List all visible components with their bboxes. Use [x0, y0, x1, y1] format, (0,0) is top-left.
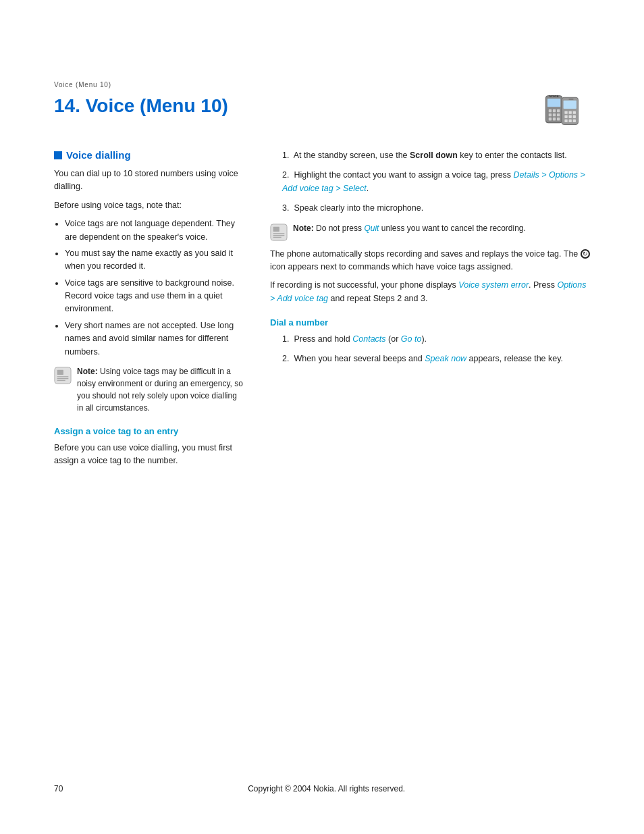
- step-3-num: 3.: [282, 203, 292, 213]
- svg-rect-5: [549, 113, 552, 116]
- note-icon-1: [54, 367, 72, 384]
- svg-rect-6: [553, 113, 556, 116]
- step-3-text: Speak clearly into the microphone.: [294, 203, 423, 213]
- svg-rect-2: [549, 109, 552, 112]
- svg-rect-24: [55, 367, 71, 384]
- svg-rect-7: [557, 113, 560, 116]
- step-2-text: Highlight the contact you want to assign…: [282, 170, 585, 192]
- dial-step-1-text: Press and hold Contacts (or Go to).: [294, 334, 427, 344]
- note-icon-2: [270, 224, 288, 241]
- steps-list: 1. At the standby screen, use the Scroll…: [282, 149, 590, 215]
- left-column: Voice dialling You can dial up to 10 sto…: [54, 149, 243, 473]
- right-column: 1. At the standby screen, use the Scroll…: [270, 149, 590, 473]
- dial-steps-list: 1. Press and hold Contacts (or Go to). 2…: [282, 333, 590, 366]
- breadcrumb: Voice (Menu 10): [54, 81, 590, 88]
- step-2-num: 2.: [282, 170, 292, 180]
- chapter-title-text: 14. Voice (Menu 10): [54, 95, 228, 117]
- svg-rect-20: [569, 120, 572, 122]
- page: Voice (Menu 10) 14. Voice (Menu 10): [0, 0, 644, 834]
- contacts-link: Contacts: [352, 334, 385, 344]
- step-1-text: At the standby screen, use the Scroll do…: [294, 151, 567, 160]
- svg-text:NOKIA: NOKIA: [549, 95, 560, 98]
- svg-rect-14: [569, 111, 572, 113]
- footer-copyright: Copyright © 2004 Nokia. All rights reser…: [63, 784, 590, 793]
- svg-rect-13: [564, 111, 567, 113]
- page-number: 70: [54, 784, 63, 793]
- svg-rect-16: [564, 115, 567, 118]
- bullet-4: Very short names are not accepted. Use l…: [65, 319, 243, 359]
- step-1: 1. At the standby screen, use the Scroll…: [282, 149, 590, 162]
- svg-rect-21: [573, 120, 576, 122]
- svg-rect-9: [553, 118, 556, 120]
- voice-dialling-bullets: Voice tags are not language dependent. T…: [65, 217, 243, 359]
- assign-subsection-title: Assign a voice tag to an entry: [54, 426, 243, 436]
- dial-step-2-num: 2.: [282, 354, 292, 363]
- voice-dialling-title: Voice dialling: [54, 149, 243, 161]
- step-1-num: 1.: [282, 151, 292, 160]
- dial-step-2-text: When you hear several beeps and Speak no…: [294, 354, 563, 363]
- svg-rect-3: [553, 109, 556, 112]
- voice-dialling-intro2: Before using voice tags, note that:: [54, 199, 243, 212]
- note-box-1: Note: Using voice tags may be difficult …: [54, 365, 243, 414]
- voice-system-error-link: Voice system error: [458, 280, 529, 290]
- content-area: Voice (Menu 10) 14. Voice (Menu 10): [0, 0, 644, 527]
- footer: 70 Copyright © 2004 Nokia. All rights re…: [54, 784, 590, 793]
- svg-rect-8: [549, 118, 552, 120]
- dial-step-2: 2. When you hear several beeps and Speak…: [282, 353, 590, 365]
- note-content-2: Do not press Quit unless you want to can…: [314, 224, 526, 233]
- bullet-2: You must say the name exactly as you sai…: [65, 247, 243, 273]
- options-add-voice-tag-link: Options > Add voice tag: [270, 280, 587, 303]
- svg-rect-17: [569, 115, 572, 118]
- svg-rect-4: [557, 109, 560, 112]
- svg-rect-10: [557, 118, 560, 120]
- voice-tag-icon: ↻: [581, 249, 590, 259]
- note-text-2: Note: Do not press Quit unless you want …: [293, 222, 526, 234]
- recording-fail-text: If recording is not successful, your pho…: [270, 279, 590, 305]
- svg-rect-15: [573, 111, 576, 113]
- auto-stop-text: The phone automatically stops recording …: [270, 248, 590, 274]
- svg-rect-19: [564, 120, 567, 122]
- svg-rect-30: [273, 226, 279, 231]
- svg-rect-22: [569, 99, 574, 100]
- bullet-3: Voice tags are sensitive to background n…: [65, 277, 243, 316]
- svg-rect-18: [573, 115, 576, 118]
- step-3: 3. Speak clearly into the microphone.: [282, 202, 590, 215]
- note-box-2: Note: Do not press Quit unless you want …: [270, 222, 590, 241]
- bullet-1: Voice tags are not language dependent. T…: [65, 217, 243, 244]
- chapter-title-row: 14. Voice (Menu 10): [54, 95, 590, 129]
- quit-link: Quit: [364, 224, 379, 233]
- assign-text: Before you can use voice dialling, you m…: [54, 442, 243, 468]
- step-2: 2. Highlight the contact you want to ass…: [282, 169, 590, 195]
- dial-subsection-title: Dial a number: [270, 317, 590, 328]
- svg-rect-12: [564, 101, 576, 109]
- dial-step-1-num: 1.: [282, 334, 292, 344]
- svg-rect-1: [547, 99, 560, 107]
- voice-dialling-intro1: You can dial up to 10 stored numbers usi…: [54, 167, 243, 194]
- dial-step-1: 1. Press and hold Contacts (or Go to).: [282, 333, 590, 346]
- note-text-1: Note: Using voice tags may be difficult …: [77, 365, 243, 414]
- note-label-2: Note:: [293, 224, 314, 233]
- note-content-1: Using voice tags may be difficult in a n…: [77, 367, 243, 413]
- note-label-1: Note:: [77, 367, 98, 376]
- speak-now-link: Speak now: [425, 354, 466, 363]
- step-2-link: Details > Options > Add voice tag > Sele…: [282, 170, 585, 192]
- svg-rect-25: [57, 370, 63, 375]
- chapter-icon: NOKIA: [543, 92, 590, 129]
- two-column-layout: Voice dialling You can dial up to 10 sto…: [54, 149, 590, 473]
- goto-link: Go to: [401, 334, 422, 344]
- section-title-square: [54, 151, 62, 159]
- svg-rect-29: [271, 224, 287, 240]
